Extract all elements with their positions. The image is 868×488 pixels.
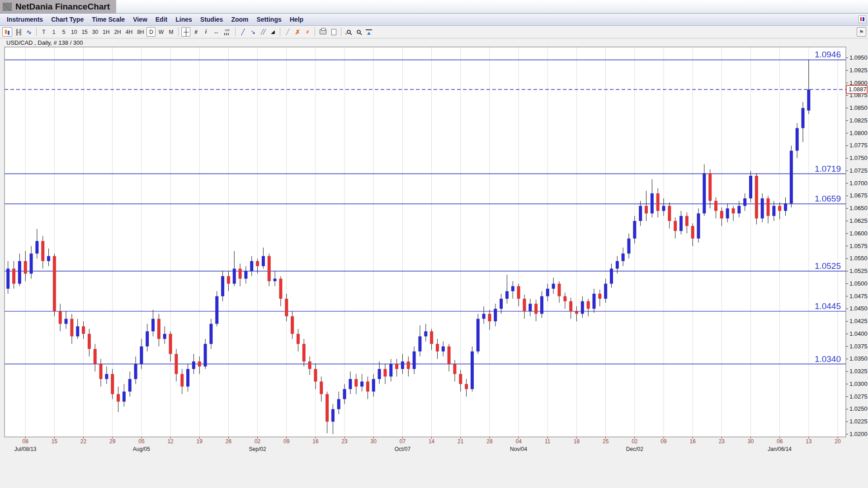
timescale-tick-button[interactable]: T [39, 27, 48, 37]
detach-panel-icon[interactable] [859, 15, 866, 23]
fit-scale-icon [366, 29, 372, 35]
timescale-4h-button[interactable]: 4H [124, 27, 134, 37]
svg-text:1.0675: 1.0675 [849, 192, 868, 199]
timescale-10-button[interactable]: 10 [69, 27, 79, 37]
svg-text:15: 15 [52, 438, 58, 445]
toolbar-separator [178, 28, 179, 36]
angle-line-tool-button[interactable]: ╱ [283, 27, 292, 37]
menu-time-scale[interactable]: Time Scale [88, 14, 129, 24]
menu-studies[interactable]: Studies [196, 14, 227, 24]
svg-text:28: 28 [486, 438, 493, 445]
candle [755, 173, 758, 224]
svg-text:1.0250: 1.0250 [849, 405, 868, 412]
svg-text:Sep/02: Sep/02 [249, 446, 266, 452]
timescale-monthly-button[interactable]: M [166, 27, 175, 37]
timescale-1-button[interactable]: 1 [49, 27, 58, 37]
print-preview-button[interactable] [329, 27, 338, 37]
candle [476, 314, 480, 354]
svg-text:23: 23 [341, 438, 348, 445]
level-price-label: 1.0340 [815, 354, 841, 364]
svg-text:1.0550: 1.0550 [849, 255, 868, 262]
svg-text:1.0700: 1.0700 [849, 180, 868, 187]
svg-text:23: 23 [719, 438, 725, 445]
ohlc-bars-style-button[interactable]: ╟╢ [13, 27, 24, 37]
menu-view[interactable]: View [129, 14, 151, 24]
toolbar: ╟╢∿T151015301H2H4H8HDWM┼#i↔vol╱↘╱╱◢╱✗✗⚑ [0, 26, 868, 38]
parallel-lines-tool-button[interactable]: ╱╱ [258, 27, 267, 37]
svg-text:29: 29 [109, 438, 116, 445]
menu-zoom[interactable]: Zoom [227, 14, 252, 24]
svg-text:1.0925: 1.0925 [849, 67, 868, 74]
svg-text:16: 16 [689, 438, 696, 445]
volume-button[interactable]: vol [222, 27, 232, 37]
pin-chart-button[interactable]: ⚑ [857, 27, 866, 37]
svg-text:06: 06 [777, 438, 783, 445]
delete-line-button[interactable]: ✗ [293, 27, 302, 37]
svg-text:11: 11 [545, 438, 551, 445]
svg-text:1.0475: 1.0475 [849, 293, 868, 300]
timescale-1h-button[interactable]: 1H [101, 27, 111, 37]
zoom-in-button[interactable] [344, 27, 353, 37]
zoom-in-icon [347, 30, 351, 34]
timescale-8h-button[interactable]: 8H [135, 27, 146, 37]
svg-text:1.0350: 1.0350 [849, 355, 868, 362]
candle [53, 253, 56, 316]
candle [790, 145, 793, 207]
menu-settings[interactable]: Settings [253, 14, 286, 24]
svg-text:1.0400: 1.0400 [849, 330, 868, 337]
timescale-15-button[interactable]: 15 [80, 27, 89, 37]
timescale-2h-button[interactable]: 2H [112, 27, 123, 37]
svg-text:1.0800: 1.0800 [849, 130, 868, 136]
svg-text:1.0725: 1.0725 [849, 167, 868, 174]
svg-text:Jan/06/14: Jan/06/14 [768, 446, 792, 452]
svg-text:Oct/07: Oct/07 [395, 446, 411, 452]
svg-text:18: 18 [574, 438, 580, 445]
svg-text:1.0775: 1.0775 [849, 142, 868, 149]
line-style-button[interactable]: ∿ [24, 27, 33, 37]
menu-help[interactable]: Help [286, 14, 307, 24]
timescale-daily-button[interactable]: D [146, 27, 156, 37]
trendline-tool-button[interactable]: ╱ [238, 27, 247, 37]
toolbar-separator [315, 28, 315, 36]
svg-text:1.0375: 1.0375 [849, 343, 868, 350]
candle [697, 208, 700, 243]
svg-text:12: 12 [167, 438, 174, 445]
menu-lines[interactable]: Lines [171, 14, 196, 24]
svg-text:1.0275: 1.0275 [849, 393, 868, 400]
menu-instruments[interactable]: Instruments [3, 14, 47, 24]
svg-text:30: 30 [748, 438, 754, 445]
print-button[interactable] [318, 27, 328, 37]
menu-chart-type[interactable]: Chart Type [47, 14, 88, 24]
scroll-arrows-button[interactable]: ↔ [211, 27, 221, 37]
delete-all-lines-button[interactable]: ✗ [303, 27, 312, 37]
menu-edit[interactable]: Edit [151, 14, 171, 24]
arrow-marker-tool-button[interactable]: ◢ [268, 27, 277, 37]
svg-text:05: 05 [138, 438, 145, 445]
svg-text:21: 21 [458, 438, 464, 445]
info-button[interactable]: i [201, 27, 210, 37]
level-price-label: 1.0445 [815, 301, 841, 311]
svg-text:20: 20 [835, 438, 841, 445]
candlestick-style-button[interactable] [2, 27, 12, 37]
grid-toggle-button[interactable]: # [191, 27, 200, 37]
svg-text:1.0450: 1.0450 [849, 305, 868, 312]
toolbar-separator [36, 28, 37, 36]
level-price-label: 1.0659 [815, 194, 841, 203]
chart-area: 1.09461.07191.06591.05251.04451.03401.09… [0, 38, 868, 488]
arrow-line-tool-button[interactable]: ↘ [248, 27, 257, 37]
svg-text:1.0200: 1.0200 [849, 431, 868, 437]
toolbar-separator [280, 28, 280, 36]
timescale-weekly-button[interactable]: W [156, 27, 165, 37]
zoom-out-button[interactable] [354, 27, 363, 37]
chart-instrument-label: USD/CAD , Daily, # 138 / 300 [6, 39, 83, 46]
svg-text:25: 25 [603, 438, 609, 445]
svg-text:1.0300: 1.0300 [849, 380, 868, 387]
crosshair-button[interactable]: ┼ [181, 27, 190, 37]
svg-text:Jul/08/13: Jul/08/13 [14, 446, 37, 452]
timescale-30-button[interactable]: 30 [90, 27, 100, 37]
svg-text:1.0850: 1.0850 [849, 104, 868, 111]
chart-canvas[interactable]: 1.09461.07191.06591.05251.04451.03401.09… [0, 38, 868, 488]
print-icon [320, 29, 326, 34]
fit-scale-button[interactable] [364, 27, 374, 37]
timescale-5-button[interactable]: 5 [59, 27, 68, 37]
